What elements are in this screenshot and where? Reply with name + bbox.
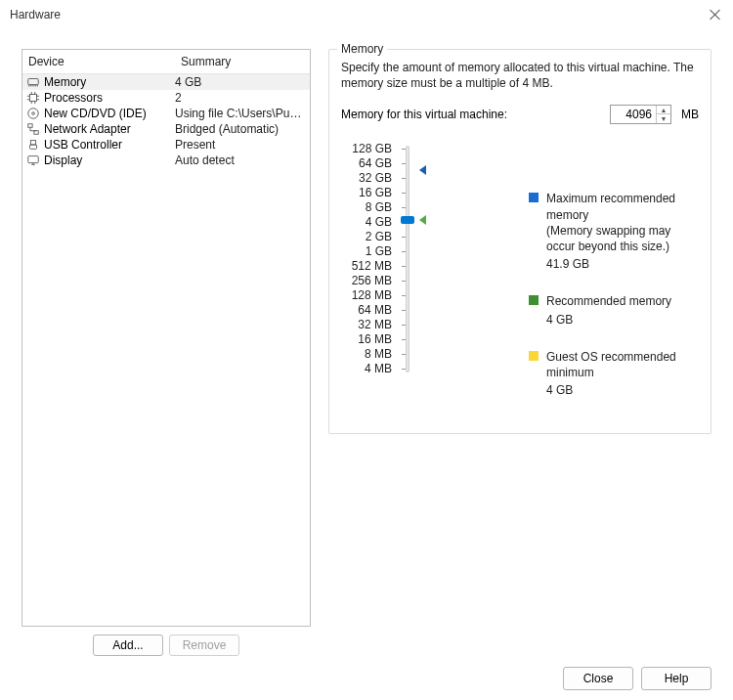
table-row[interactable]: New CD/DVD (IDE)Using file C:\Users\Publ… bbox=[22, 106, 310, 121]
col-summary[interactable]: Summary bbox=[175, 50, 310, 73]
svg-rect-6 bbox=[30, 141, 35, 145]
memory-icon bbox=[26, 75, 40, 89]
svg-rect-5 bbox=[34, 131, 38, 135]
svg-rect-8 bbox=[28, 156, 39, 163]
legend-min: Guest OS recommended minimum 4 GB bbox=[529, 349, 699, 399]
device-table: Device Summary Memory4 GBProcessors2New … bbox=[22, 49, 311, 627]
tick-mark bbox=[402, 193, 406, 194]
memory-spinner[interactable]: ▲ ▼ bbox=[610, 105, 671, 124]
usb-icon bbox=[26, 138, 40, 152]
rec-marker-icon bbox=[419, 215, 426, 225]
memory-unit: MB bbox=[681, 108, 699, 121]
tick-mark bbox=[402, 339, 406, 340]
tick-mark bbox=[402, 295, 406, 296]
slider-thumb[interactable] bbox=[401, 216, 414, 224]
tick-label: 64 GB bbox=[341, 156, 398, 171]
tick-mark bbox=[402, 207, 406, 208]
tick-mark bbox=[402, 178, 406, 179]
display-icon bbox=[26, 153, 40, 167]
tick-label: 16 GB bbox=[341, 186, 398, 200]
square-icon bbox=[529, 295, 539, 305]
col-device[interactable]: Device bbox=[22, 50, 175, 73]
device-label: Processors bbox=[44, 91, 103, 105]
summary-label: Present bbox=[175, 138, 306, 152]
svg-rect-7 bbox=[30, 145, 37, 149]
tick-label: 4 MB bbox=[341, 362, 398, 376]
tick-mark bbox=[402, 369, 406, 370]
tick-label: 256 MB bbox=[341, 274, 398, 288]
group-legend: Memory bbox=[337, 42, 387, 56]
square-icon bbox=[529, 351, 539, 361]
tick-label: 512 MB bbox=[341, 259, 398, 274]
legend-rec: Recommended memory 4 GB bbox=[529, 293, 699, 327]
network-icon bbox=[26, 122, 40, 136]
cd-icon bbox=[26, 107, 40, 120]
square-icon bbox=[529, 193, 539, 202]
memory-field-label: Memory for this virtual machine: bbox=[341, 108, 507, 121]
svg-rect-1 bbox=[30, 95, 37, 102]
tick-label: 8 GB bbox=[341, 200, 398, 215]
tick-label: 16 MB bbox=[341, 332, 398, 347]
tick-label: 64 MB bbox=[341, 303, 398, 318]
memory-description: Specify the amount of memory allocated t… bbox=[341, 60, 699, 91]
tick-label: 32 MB bbox=[341, 318, 398, 332]
spin-up-icon[interactable]: ▲ bbox=[657, 106, 670, 114]
device-label: New CD/DVD (IDE) bbox=[44, 107, 147, 120]
table-row[interactable]: Processors2 bbox=[22, 90, 310, 106]
tick-label: 128 MB bbox=[341, 288, 398, 303]
svg-rect-4 bbox=[28, 124, 32, 128]
table-row[interactable]: DisplayAuto detect bbox=[22, 153, 310, 168]
tick-label: 4 GB bbox=[341, 215, 398, 230]
table-row[interactable]: USB ControllerPresent bbox=[22, 137, 310, 153]
svg-point-3 bbox=[32, 112, 35, 115]
legend-max: Maximum recommended memory (Memory swapp… bbox=[529, 191, 699, 272]
memory-input[interactable] bbox=[611, 106, 656, 123]
device-label: USB Controller bbox=[44, 138, 122, 152]
tick-mark bbox=[402, 149, 406, 150]
tick-label: 128 GB bbox=[341, 142, 398, 156]
remove-button[interactable]: Remove bbox=[169, 634, 239, 656]
tick-mark bbox=[402, 281, 406, 282]
help-button[interactable]: Help bbox=[641, 667, 711, 690]
tick-mark bbox=[402, 310, 406, 311]
spin-down-icon[interactable]: ▼ bbox=[657, 114, 670, 123]
close-icon[interactable] bbox=[708, 7, 723, 22]
svg-point-2 bbox=[28, 109, 39, 119]
memory-slider[interactable] bbox=[398, 142, 431, 376]
tick-mark bbox=[402, 251, 406, 252]
tick-label: 2 GB bbox=[341, 230, 398, 244]
device-label: Display bbox=[44, 153, 82, 167]
summary-label: Auto detect bbox=[175, 153, 306, 167]
summary-label: 4 GB bbox=[175, 75, 306, 89]
add-button[interactable]: Add... bbox=[93, 634, 163, 656]
table-row[interactable]: Memory4 GB bbox=[22, 74, 310, 90]
window-title: Hardware bbox=[10, 8, 708, 22]
device-label: Memory bbox=[44, 75, 86, 89]
titlebar: Hardware bbox=[0, 0, 733, 29]
max-marker-icon bbox=[419, 165, 426, 175]
processor-icon bbox=[26, 91, 40, 105]
tick-mark bbox=[402, 266, 406, 267]
summary-label: 2 bbox=[175, 91, 306, 105]
device-label: Network Adapter bbox=[44, 122, 131, 136]
close-button[interactable]: Close bbox=[563, 667, 633, 690]
table-row[interactable]: Network AdapterBridged (Automatic) bbox=[22, 121, 310, 137]
table-header: Device Summary bbox=[22, 50, 310, 74]
tick-mark bbox=[402, 354, 406, 355]
tick-label: 1 GB bbox=[341, 244, 398, 259]
summary-label: Using file C:\Users\Public\VM... bbox=[175, 107, 306, 120]
tick-label: 32 GB bbox=[341, 171, 398, 186]
tick-label: 8 MB bbox=[341, 347, 398, 362]
memory-group: Memory Specify the amount of memory allo… bbox=[328, 49, 711, 434]
tick-mark bbox=[402, 237, 406, 238]
tick-mark bbox=[402, 163, 406, 164]
tick-mark bbox=[402, 325, 406, 326]
svg-rect-0 bbox=[28, 79, 39, 85]
summary-label: Bridged (Automatic) bbox=[175, 122, 306, 136]
